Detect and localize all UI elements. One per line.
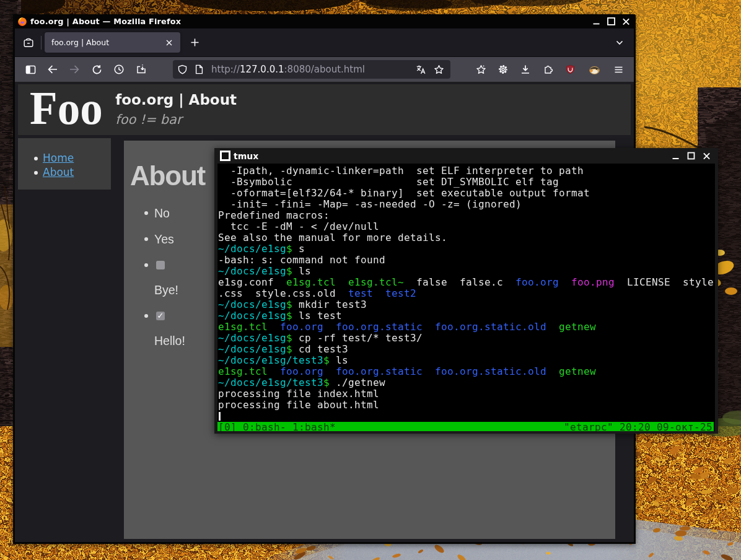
- terminal-minimize-button[interactable]: [672, 152, 680, 160]
- library-star-button[interactable]: [471, 60, 490, 79]
- terminal-line: e1sg.conf e1sg.tcl e1sg.tcl~ false false…: [218, 277, 715, 288]
- terminal-line: processing file index.html: [218, 388, 715, 400]
- window-title: foo.org | About — Mozilla Firefox: [30, 17, 181, 26]
- nav-link-about[interactable]: About: [43, 166, 74, 178]
- url-text[interactable]: http://127.0.0.1:8080/about.html: [211, 64, 365, 75]
- terminal-line: -Bsymbolic set DT_SYMBOLIC elf tag: [218, 177, 715, 188]
- active-tab[interactable]: foo.org | About: [45, 32, 180, 53]
- terminal-line: -Ipath, -dynamic-linker=path set ELF int…: [218, 165, 715, 177]
- history-clock-button[interactable]: [110, 60, 128, 79]
- firefox-view-button[interactable]: [20, 34, 37, 51]
- window-minimize-button[interactable]: [592, 17, 601, 26]
- terminal-window: tmux -Ipath, -dynamic-linker=path set EL…: [214, 148, 718, 434]
- terminal-screen[interactable]: -Ipath, -dynamic-linker=path set ELF int…: [217, 164, 715, 431]
- terminal-line: ~/docs/e1sg$ ls: [218, 266, 715, 277]
- checkbox-checked[interactable]: [156, 312, 165, 320]
- tmux-status-left: [0] 0:bash- 1:bash*: [218, 421, 336, 431]
- nav-link-home[interactable]: Home: [43, 152, 74, 164]
- terminal-maximize-button[interactable]: [687, 152, 695, 160]
- firefox-navigation-toolbar: http://127.0.0.1:8080/about.html: [15, 56, 634, 82]
- tab-close-icon[interactable]: [163, 37, 175, 49]
- url-bar[interactable]: http://127.0.0.1:8080/about.html: [173, 60, 450, 79]
- reload-button[interactable]: [87, 60, 106, 79]
- new-tab-button[interactable]: [186, 34, 203, 51]
- terminal-title: tmux: [234, 151, 258, 161]
- list-all-tabs-button[interactable]: [611, 34, 628, 51]
- tracking-shield-icon[interactable]: [174, 64, 191, 75]
- terminal-line: -oformat=[elf32/64-* binary] set executa…: [218, 188, 715, 199]
- terminal-line: e1sg.tcl foo.org foo.org.static foo.org.…: [218, 322, 715, 333]
- terminal-line: ~/docs/e1sg$ ls test: [218, 310, 715, 322]
- tmux-status-bar: [0] 0:bash- 1:bash*"etarpc" 20:20 09-окт…: [217, 422, 714, 431]
- terminal-line: ~/docs/e1sg/test3$ ./getnew: [218, 377, 715, 388]
- site-logo: Foo: [30, 85, 103, 132]
- url-scheme: http://: [211, 64, 240, 75]
- terminal-line: processing file about.html: [218, 400, 715, 411]
- downloads-button[interactable]: [516, 60, 535, 79]
- forward-button[interactable]: [65, 60, 84, 79]
- bookmark-star-icon[interactable]: [430, 64, 448, 75]
- extension-animal-button[interactable]: [585, 60, 604, 79]
- window-maximize-button[interactable]: [607, 17, 616, 26]
- terminal-line: ~/docs/e1sg$ s: [218, 243, 715, 255]
- terminal-line: e1sg.tcl foo.org foo.org.static foo.org.…: [218, 366, 715, 377]
- terminal-line: -bash: s: command not found: [218, 255, 715, 266]
- terminal-line: See also the manual for more details.: [218, 232, 715, 243]
- ublock-origin-button[interactable]: [561, 60, 579, 79]
- site-tagline: foo != bar: [115, 112, 237, 127]
- checkbox-unchecked[interactable]: [156, 261, 165, 269]
- sidebar-toggle-button[interactable]: [21, 60, 40, 79]
- firefox-logo-icon: [17, 17, 27, 27]
- window-close-button[interactable]: [621, 17, 631, 26]
- nav-list-item: Home: [18, 151, 111, 165]
- site-title: foo.org | About: [115, 92, 237, 108]
- firefox-titlebar[interactable]: foo.org | About — Mozilla Firefox: [15, 14, 634, 28]
- import-button[interactable]: [132, 60, 151, 79]
- terminal-line: ~/docs/e1sg$ cd test3: [218, 344, 715, 355]
- translate-icon[interactable]: [412, 64, 430, 75]
- xterm-icon: [220, 151, 230, 161]
- terminal-line: .css style.css.old test test2: [218, 288, 715, 299]
- extensions-puzzle-button[interactable]: [539, 60, 558, 79]
- tab-separator: [41, 36, 42, 50]
- terminal-close-button[interactable]: [703, 152, 711, 160]
- tab-title: foo.org | About: [51, 38, 163, 47]
- back-button[interactable]: [43, 60, 62, 79]
- site-nav: HomeAbout: [18, 138, 111, 190]
- site-header: Foo foo.org | About foo != bar: [18, 84, 631, 135]
- url-rest: :8080/about.html: [284, 64, 366, 75]
- terminal-line: ~/docs/e1sg/test3$ ls: [218, 355, 715, 366]
- firefox-tab-strip: foo.org | About: [15, 28, 634, 56]
- app-menu-button[interactable]: [610, 60, 628, 79]
- nav-list-item: About: [18, 165, 111, 180]
- tmux-status-right: "etarpc" 20:20 09-окт-25: [564, 422, 712, 431]
- settings-gear-button[interactable]: [494, 60, 512, 79]
- url-host: 127.0.0.1: [240, 64, 284, 75]
- terminal-line: tcc -E -dM - < /dev/null: [218, 221, 715, 232]
- terminal-cursor: [219, 412, 221, 421]
- terminal-line: ~/docs/e1sg$ cp -rf test/* test3/: [218, 333, 715, 344]
- terminal-titlebar[interactable]: tmux: [214, 148, 718, 164]
- terminal-line: Predefined macros:: [218, 210, 715, 221]
- terminal-line: -init= -fini= -Map= -as-needed -O -z= (i…: [218, 199, 715, 210]
- terminal-line: ~/docs/e1sg$ mkdir test3: [218, 299, 715, 310]
- page-info-icon[interactable]: [191, 64, 208, 74]
